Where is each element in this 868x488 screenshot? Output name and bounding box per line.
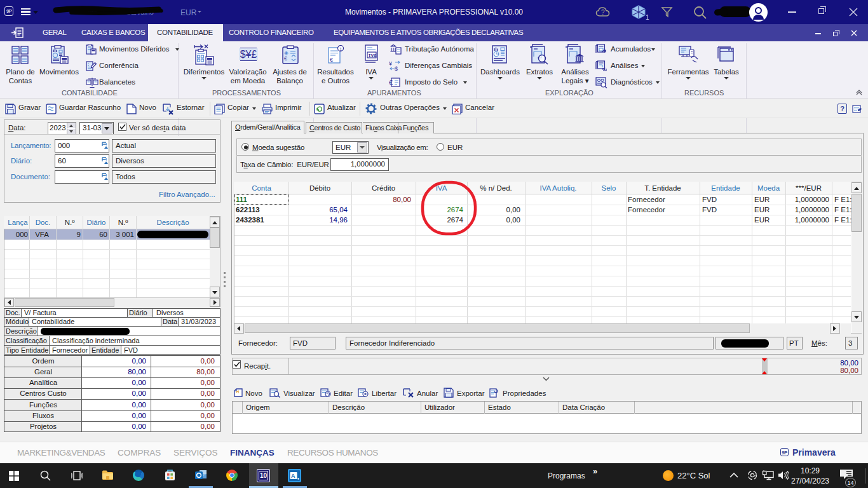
- svg-text:A: A: [291, 473, 295, 479]
